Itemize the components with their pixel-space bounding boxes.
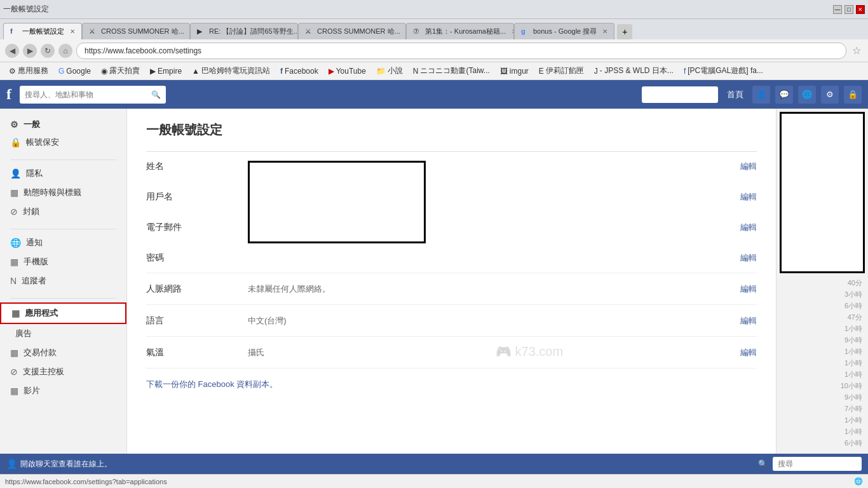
bookmark-gal[interactable]: f [PC電腦GAL遊戲] fa... — [680, 64, 767, 78]
fb-friends-icon[interactable]: 👤 — [752, 86, 770, 104]
minimize-button[interactable]: — — [833, 5, 842, 14]
time-item-5: 1小時 — [780, 324, 865, 334]
tab-label-5: 第1集：- Kurosama秘籍... — [425, 27, 506, 36]
status-url: https://www.facebook.com/settings?tab=ap… — [5, 478, 167, 485]
bookmark-novel[interactable]: 📁 小說 — [372, 64, 407, 78]
new-tab-button[interactable]: + — [617, 24, 632, 39]
bookmark-label-empire: Empire — [158, 67, 182, 76]
tab-kurosama[interactable]: ⑦ 第1集：- Kurosama秘籍... ✕ — [406, 23, 514, 39]
home-button[interactable]: ⌂ — [58, 44, 72, 58]
fb-messages-icon[interactable]: 💬 — [775, 86, 793, 104]
settings-row-name: 姓名 用戶名 電子郵件 密碼 編輯 編輯 編輯 — [146, 152, 757, 273]
sidebar-item-followers[interactable]: N 追蹤者 — [0, 271, 126, 290]
settings-label-password: 密碼 — [146, 252, 248, 264]
bookmark-ruten[interactable]: ◉ 露天拍賣 — [97, 64, 144, 78]
settings-edit-username[interactable]: 編輯 — [740, 191, 757, 203]
sidebar-item-blocking[interactable]: ⊘ 封鎖 — [0, 202, 126, 221]
bookmark-google[interactable]: G Google — [55, 65, 95, 77]
settings-footer-link[interactable]: 下載一份你的 Facebook 資料副本。 — [146, 369, 757, 390]
sidebar-item-support[interactable]: ⊘ 支援主控板 — [0, 362, 126, 381]
settings-label-network: 人脈網路 — [146, 283, 248, 295]
video-icon: ▦ — [10, 386, 18, 396]
bookmark-star-icon[interactable]: ☆ — [852, 44, 861, 57]
tab-google-search[interactable]: g bonus - Google 搜尋 ✕ — [514, 23, 614, 39]
settings-edit-password[interactable]: 編輯 — [740, 252, 757, 264]
settings-edit-temperature[interactable]: 編輯 — [740, 347, 757, 358]
bookmark-youtube[interactable]: ▶ YouTube — [325, 65, 370, 77]
fb-lock-icon[interactable]: 🔒 — [844, 86, 862, 104]
time-item-14: 1小時 — [780, 427, 865, 437]
tab-close-1[interactable]: ✕ — [70, 28, 75, 35]
fb-notifications-icon[interactable]: 🌐 — [798, 86, 816, 104]
sidebar-item-account-security[interactable]: 🔒 帳號保安 — [0, 133, 126, 152]
tab-general-settings[interactable]: f 一般帳號設定 ✕ — [3, 23, 82, 39]
support-icon: ⊘ — [10, 367, 18, 377]
bookmark-label-imgur: imgur — [510, 67, 529, 76]
time-item-15: 6小時 — [780, 438, 865, 448]
chat-search-input[interactable] — [773, 457, 862, 471]
redacted-info-box — [248, 161, 426, 243]
browser-window: 一般帳號設定 — □ ✕ f 一般帳號設定 ✕ ⚔ CROSS SUMMONER… — [0, 0, 868, 488]
tab-cross-summoner-2[interactable]: ⚔ CROSS SUMMONER 哈... ✕ — [298, 23, 406, 39]
niconico-icon: N — [413, 67, 419, 76]
bookmark-facebook[interactable]: f Facebook — [276, 65, 322, 77]
settings-edit-email[interactable]: 編輯 — [740, 222, 757, 233]
tab-cross-summoner-1[interactable]: ⚔ CROSS SUMMONER 哈... ✕ — [82, 23, 190, 39]
settings-row-language: 語言 中文(台灣) 編輯 — [146, 305, 757, 337]
sidebar-divider-3 — [10, 298, 116, 299]
maximize-button[interactable]: □ — [844, 5, 853, 14]
bookmark-elly[interactable]: E 伊莉訂餡匣 — [535, 64, 588, 78]
fb-nav-home[interactable]: 首頁 — [723, 86, 747, 103]
settings-edit-language[interactable]: 編輯 — [740, 315, 757, 327]
settings-label-email: 電子郵件 — [146, 222, 248, 233]
reload-button[interactable]: ↻ — [41, 44, 55, 58]
chat-open-label[interactable]: 👤 開啟聊天室查看誰在線上。 — [6, 459, 112, 470]
fb-settings-icon[interactable]: ⚙ — [821, 86, 839, 104]
tab-close-6[interactable]: ✕ — [602, 28, 607, 35]
settings-value-network: 未隸屬任何人際網絡。 — [248, 283, 734, 295]
time-item-10: 10小時 — [780, 381, 865, 391]
fb-search-input[interactable] — [25, 90, 151, 99]
settings-edit-name[interactable]: 編輯 — [740, 161, 757, 172]
fb-sidebar: ⚙ 一般 🔒 帳號保安 👤 隱私 — [0, 109, 127, 454]
sidebar-item-notifications[interactable]: 🌐 通知 — [0, 233, 126, 252]
sidebar-item-timeline-tags[interactable]: ▦ 動態時報與標籤 — [0, 183, 126, 202]
back-button[interactable]: ◀ — [5, 44, 19, 58]
lock-icon: 🔒 — [10, 137, 21, 147]
sidebar-item-mobile[interactable]: ▦ 手機版 — [0, 252, 126, 271]
forward-button[interactable]: ▶ — [23, 44, 37, 58]
sidebar-item-ads[interactable]: 廣告 — [0, 324, 126, 343]
bookmark-empire[interactable]: ▶ Empire — [146, 65, 186, 77]
bookmark-imgur[interactable]: 🖼 imgur — [496, 65, 532, 77]
sidebar-item-payments[interactable]: ▦ 交易付款 — [0, 343, 126, 362]
address-input[interactable] — [76, 43, 846, 59]
fb-content: ⚙ 一般 🔒 帳號保安 👤 隱私 — [0, 109, 868, 454]
close-button[interactable]: ✕ — [856, 5, 865, 14]
tab-discussion[interactable]: ▶ RE: 【討論】請問65等野生... ✕ — [190, 23, 298, 39]
bookmark-label-jpss: - JPSS & WLD 日本... — [600, 65, 674, 76]
bookmark-bahamut[interactable]: ▲ 巴哈姆特電玩資訊站 — [188, 64, 274, 78]
bookmark-jpss[interactable]: J - JPSS & WLD 日本... — [590, 64, 677, 78]
gal-icon: f — [684, 67, 686, 76]
sidebar-item-privacy[interactable]: 👤 隱私 — [0, 164, 126, 183]
tab-favicon-5: ⑦ — [413, 27, 422, 36]
sidebar-item-videos[interactable]: ▦ 影片 — [0, 381, 126, 400]
time-item-8: 1小時 — [780, 358, 865, 368]
search-chat-icon: 🔍 — [758, 459, 768, 468]
bookmark-apps[interactable]: ⚙ 應用服務 — [5, 64, 52, 78]
bookmark-niconico[interactable]: N ニコニコ動畫(Taiw... — [409, 64, 494, 78]
mobile-icon: ▦ — [10, 257, 18, 267]
fb-logo: f — [6, 86, 11, 103]
bookmark-label-ruten: 露天拍賣 — [109, 65, 140, 76]
fb-search-icon[interactable]: 🔍 — [151, 90, 161, 99]
sidebar-item-applications[interactable]: ▦ 應用程式 — [0, 302, 126, 324]
sidebar-section-apps: ▦ 應用程式 廣告 ▦ 交易付款 ⊘ 支援主 — [0, 302, 126, 400]
settings-row-network: 人脈網路 未隸屬任何人際網絡。 編輯 — [146, 273, 757, 305]
right-panel-ad-box — [780, 112, 865, 273]
settings-label-temperature: 氣溫 — [146, 347, 248, 358]
time-item-7: 1小時 — [780, 347, 865, 356]
apps-sidebar-icon: ▦ — [11, 308, 20, 318]
settings-edit-network[interactable]: 編輯 — [740, 283, 757, 295]
window-controls: — □ ✕ — [833, 5, 865, 14]
bookmark-label-gal: [PC電腦GAL遊戲] fa... — [688, 65, 763, 76]
